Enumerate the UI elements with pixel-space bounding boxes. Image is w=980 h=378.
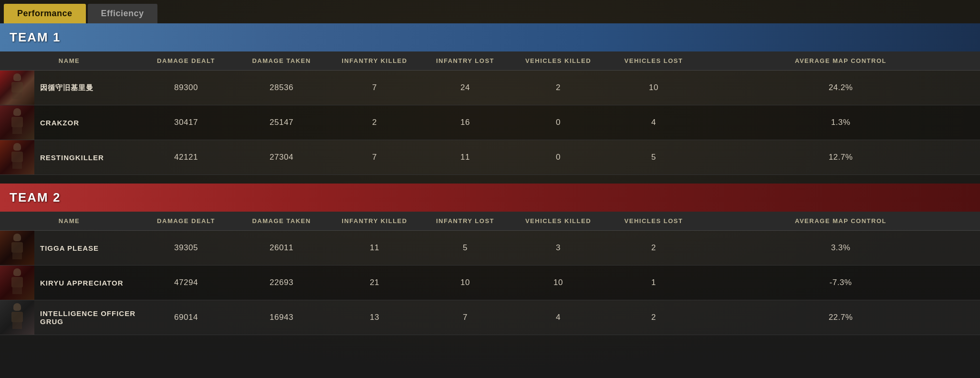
col-header-inf-lost-t2: INFANTRY LOST <box>420 212 511 231</box>
table-row: TIGGA PLEASE 39305 26011 11 5 3 2 3.3% <box>0 231 980 266</box>
damage-taken: 26011 <box>234 231 329 266</box>
infantry-lost: 10 <box>420 266 511 300</box>
infantry-killed: 21 <box>329 266 420 300</box>
player-name-cell: RESTINGKILLER <box>0 140 138 175</box>
team2-section: TEAM 2 NAME DAMAGE DEALT DAMAGE TAKEN IN… <box>0 184 980 335</box>
avg-map-control: 3.3% <box>701 231 980 266</box>
infantry-killed: 13 <box>329 300 420 335</box>
avatar <box>0 231 34 265</box>
player-name-cell: CRAKZOR <box>0 105 138 140</box>
avatar <box>0 266 34 300</box>
avg-map-control: 12.7% <box>701 140 980 175</box>
player-name: CRAKZOR <box>34 119 138 127</box>
team1-header: TEAM 1 <box>0 23 980 51</box>
avg-map-control: -7.3% <box>701 266 980 300</box>
tab-performance[interactable]: Performance <box>4 4 86 23</box>
avatar <box>0 300 34 335</box>
vehicles-killed: 3 <box>511 231 606 266</box>
damage-taken: 22693 <box>234 266 329 300</box>
col-header-inf-lost-t1: INFANTRY LOST <box>420 51 511 71</box>
infantry-killed: 7 <box>329 71 420 105</box>
damage-dealt: 69014 <box>138 300 234 335</box>
vehicles-killed: 0 <box>511 105 606 140</box>
col-header-dmg-dealt-t2: DAMAGE DEALT <box>138 212 234 231</box>
damage-taken: 28536 <box>234 71 329 105</box>
player-name: 因循守旧基里曼 <box>34 83 138 92</box>
player-name-cell: 因循守旧基里曼 <box>0 71 138 105</box>
vehicles-lost: 5 <box>606 140 701 175</box>
avatar <box>0 105 34 140</box>
vehicles-lost: 2 <box>606 231 701 266</box>
col-header-inf-killed-t1: INFANTRY KILLED <box>329 51 420 71</box>
damage-dealt: 30417 <box>138 105 234 140</box>
damage-dealt: 39305 <box>138 231 234 266</box>
team2-label: TEAM 2 <box>10 190 61 204</box>
infantry-lost: 5 <box>420 231 511 266</box>
player-name: TIGGA PLEASE <box>34 244 138 252</box>
col-header-veh-lost-t2: VEHICLES LOST <box>606 212 701 231</box>
damage-dealt: 42121 <box>138 140 234 175</box>
vehicles-killed: 2 <box>511 71 606 105</box>
col-header-dmg-taken-t1: DAMAGE TAKEN <box>234 51 329 71</box>
damage-taken: 16943 <box>234 300 329 335</box>
vehicles-lost: 2 <box>606 300 701 335</box>
table-row: INTELLIGENCE OFFICER GRUG 69014 16943 13… <box>0 300 980 335</box>
team2-table: NAME DAMAGE DEALT DAMAGE TAKEN INFANTRY … <box>0 212 980 335</box>
team1-section: TEAM 1 NAME DAMAGE DEALT DAMAGE TAKEN IN… <box>0 23 980 175</box>
damage-dealt: 47294 <box>138 266 234 300</box>
col-header-name-t2: NAME <box>0 212 138 231</box>
col-header-name-t1: NAME <box>0 51 138 71</box>
infantry-lost: 11 <box>420 140 511 175</box>
col-header-avg-map-t1: AVERAGE MAP CONTROL <box>701 51 980 71</box>
team1-label: TEAM 1 <box>10 30 61 44</box>
vehicles-lost: 1 <box>606 266 701 300</box>
table-row: 因循守旧基里曼 89300 28536 7 24 2 10 24.2% <box>0 71 980 105</box>
vehicles-killed: 10 <box>511 266 606 300</box>
col-header-dmg-taken-t2: DAMAGE TAKEN <box>234 212 329 231</box>
col-header-veh-killed-t2: VEHICLES KILLED <box>511 212 606 231</box>
table-row: RESTINGKILLER 42121 27304 7 11 0 5 12.7% <box>0 140 980 175</box>
player-name: INTELLIGENCE OFFICER GRUG <box>34 309 138 326</box>
vehicles-killed: 4 <box>511 300 606 335</box>
player-name-cell: KIRYU APPRECIATOR <box>0 266 138 300</box>
infantry-killed: 11 <box>329 231 420 266</box>
infantry-killed: 7 <box>329 140 420 175</box>
damage-taken: 27304 <box>234 140 329 175</box>
tab-efficiency[interactable]: Efficiency <box>88 4 157 23</box>
avatar <box>0 140 34 174</box>
infantry-lost: 16 <box>420 105 511 140</box>
col-header-inf-killed-t2: INFANTRY KILLED <box>329 212 420 231</box>
avg-map-control: 22.7% <box>701 300 980 335</box>
player-name: RESTINGKILLER <box>34 153 138 162</box>
col-header-avg-map-t2: AVERAGE MAP CONTROL <box>701 212 980 231</box>
vehicles-lost: 10 <box>606 71 701 105</box>
avg-map-control: 1.3% <box>701 105 980 140</box>
team2-header: TEAM 2 <box>0 184 980 212</box>
player-name: KIRYU APPRECIATOR <box>34 279 138 287</box>
vehicles-lost: 4 <box>606 105 701 140</box>
infantry-lost: 24 <box>420 71 511 105</box>
vehicles-killed: 0 <box>511 140 606 175</box>
infantry-killed: 2 <box>329 105 420 140</box>
team1-table: NAME DAMAGE DEALT DAMAGE TAKEN INFANTRY … <box>0 51 980 175</box>
col-header-dmg-dealt-t1: DAMAGE DEALT <box>138 51 234 71</box>
player-name-cell: TIGGA PLEASE <box>0 231 138 266</box>
damage-taken: 25147 <box>234 105 329 140</box>
avg-map-control: 24.2% <box>701 71 980 105</box>
player-name-cell: INTELLIGENCE OFFICER GRUG <box>0 300 138 335</box>
tabs-bar: Performance Efficiency <box>0 0 980 23</box>
col-header-veh-killed-t1: VEHICLES KILLED <box>511 51 606 71</box>
table-row: CRAKZOR 30417 25147 2 16 0 4 1.3% <box>0 105 980 140</box>
table-row: KIRYU APPRECIATOR 47294 22693 21 10 10 1… <box>0 266 980 300</box>
col-header-veh-lost-t1: VEHICLES LOST <box>606 51 701 71</box>
damage-dealt: 89300 <box>138 71 234 105</box>
avatar <box>0 71 34 105</box>
infantry-lost: 7 <box>420 300 511 335</box>
